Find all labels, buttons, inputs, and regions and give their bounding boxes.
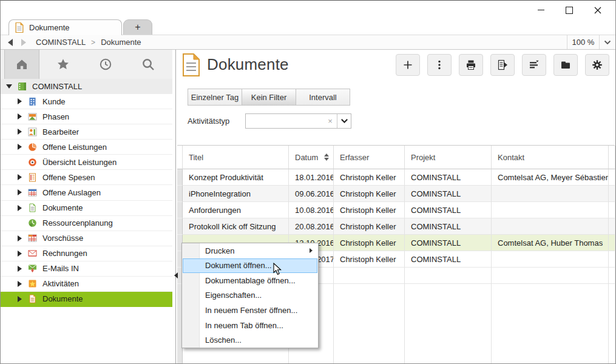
expander-icon[interactable] xyxy=(18,266,22,272)
invoices-icon xyxy=(28,249,37,258)
settings-button[interactable] xyxy=(585,54,609,76)
expander-icon[interactable] xyxy=(18,144,22,150)
tree-item-kunde[interactable]: Kunde xyxy=(1,94,172,109)
more-button[interactable] xyxy=(427,54,452,76)
date-filter-tabs: Einzelner TagKein FilterIntervall xyxy=(188,89,350,106)
tree-item-ressourcenplanung[interactable]: Ressourcenplanung xyxy=(1,216,172,231)
breadcrumb-separator: > xyxy=(91,38,95,47)
sidebar-nav-tab-home[interactable] xyxy=(4,49,39,79)
cell-kontakt xyxy=(492,268,609,284)
expander-icon[interactable] xyxy=(18,113,22,120)
back-button[interactable] xyxy=(8,39,13,46)
expander-icon[interactable] xyxy=(18,296,22,302)
forward-button[interactable] xyxy=(21,39,26,46)
column-header-kontakt[interactable]: Kontakt xyxy=(492,146,609,169)
tree-item-cominstall[interactable]: COMINSTALL xyxy=(1,79,172,94)
report-button[interactable] xyxy=(490,54,515,76)
cell-kontakt xyxy=(492,218,609,235)
zoom-level[interactable]: 100 % xyxy=(567,38,599,47)
customer-icon xyxy=(28,97,37,106)
add-button[interactable] xyxy=(396,54,420,76)
activity-type-combobox[interactable]: × xyxy=(245,113,351,129)
table-row[interactable]: Anforderungen10.08.2016Christoph KellerC… xyxy=(177,202,615,218)
sidebar-nav-tab-favorites[interactable] xyxy=(46,49,81,79)
cell-datum: 18.01.2016 xyxy=(289,169,334,186)
expander-icon[interactable] xyxy=(18,174,22,180)
cell-datum: 10.08.2016 xyxy=(289,202,334,218)
expander-icon[interactable] xyxy=(18,129,22,135)
tree-item-label: Offene Spesen xyxy=(42,173,95,182)
tab-dokumente[interactable]: Dokumente xyxy=(8,19,122,35)
expander-icon[interactable] xyxy=(18,189,22,195)
context-menu-item-eigenschaften[interactable]: Eigenschaften... xyxy=(182,288,318,303)
filter-tab-kein-filter[interactable]: Kein Filter xyxy=(242,89,296,106)
context-menu-item-l-schen[interactable]: Löschen... xyxy=(182,332,318,348)
table-row[interactable]: iPhoneIntegration09.06.2016Christoph Kel… xyxy=(177,186,615,202)
column-header-titel[interactable]: Titel xyxy=(183,146,289,169)
sidebar-nav-tab-search[interactable] xyxy=(130,49,166,79)
filter-tab-einzelner-tag[interactable]: Einzelner Tag xyxy=(188,89,242,106)
column-header-projekt[interactable]: Projekt xyxy=(405,146,492,169)
sort-icon[interactable] xyxy=(324,153,329,161)
cell-projekt: COMINSTALL xyxy=(405,169,492,186)
breadcrumb-item-dokumente[interactable]: Dokumente xyxy=(101,38,141,47)
zoom-dropdown-button[interactable] xyxy=(600,35,615,49)
project-book-icon xyxy=(18,82,27,91)
tree-item-label: E-Mails IN xyxy=(42,264,79,273)
table-row[interactable]: Protokoll Kick off Sitzung20.08.2016Chri… xyxy=(177,218,615,235)
tree-item-rechnungen[interactable]: Rechnungen xyxy=(1,246,172,261)
close-button[interactable] xyxy=(584,1,612,19)
tree-item--bersicht-leistungen[interactable]: Übersicht Leistungen xyxy=(1,155,172,170)
column-header-erfasser[interactable]: Erfasser xyxy=(334,146,405,169)
column-header-datum[interactable]: Datum xyxy=(289,146,334,169)
context-menu-item-label: In neuem Tab öffnen... xyxy=(205,321,283,330)
documents-green-icon xyxy=(28,203,37,212)
folder-icon xyxy=(560,59,572,71)
maximize-button[interactable] xyxy=(555,1,583,19)
cell-erfasser: Christoph Keller xyxy=(334,235,405,251)
minimize-button[interactable] xyxy=(527,1,555,19)
tree-item-e-mails-in[interactable]: E-Mails IN xyxy=(1,261,172,277)
splitter[interactable] xyxy=(175,49,176,363)
expander-icon[interactable] xyxy=(18,205,22,211)
expander-icon[interactable] xyxy=(18,251,22,257)
tree-item-dokumente[interactable]: Dokumente xyxy=(1,292,172,307)
page-title-icon xyxy=(182,53,200,76)
tree-item-offene-spesen[interactable]: Offene Spesen xyxy=(1,170,172,185)
row-gutter-cell xyxy=(177,186,183,202)
context-menu-item-dokument-ffnen[interactable]: Dokument öffnen... xyxy=(183,258,317,274)
filter-tab-label: Kein Filter xyxy=(251,93,287,102)
context-menu-item-drucken[interactable]: Drucken xyxy=(182,243,318,258)
expander-icon[interactable] xyxy=(6,84,12,89)
expander-icon[interactable] xyxy=(18,235,22,241)
expander-icon[interactable] xyxy=(18,281,22,287)
breadcrumb-item-cominstall[interactable]: COMINSTALL xyxy=(36,38,86,47)
tree-item-label: COMINSTALL xyxy=(32,82,82,91)
splitter-collapse-handle[interactable] xyxy=(172,271,179,280)
activity-type-label: Aktivitätstyp xyxy=(188,116,229,126)
clear-icon[interactable]: × xyxy=(323,116,337,126)
tree-item-offene-auslagen[interactable]: Offene Auslagen xyxy=(1,185,172,200)
tree-item-label: Offene Leistungen xyxy=(42,143,107,152)
plus-icon xyxy=(402,59,414,71)
sidebar-nav-tab-recent[interactable] xyxy=(88,49,123,79)
filter-tab-intervall[interactable]: Intervall xyxy=(296,89,350,106)
context-menu-item-in-neuem-fenster-ffnen[interactable]: In neuem Fenster öffnen... xyxy=(182,303,318,318)
context-menu-item-dokumentablage-ffnen[interactable]: Dokumentablage öffnen... xyxy=(182,273,318,288)
tree-item-bearbeiter[interactable]: Bearbeiter xyxy=(1,124,172,140)
tree-item-aktivit-ten[interactable]: Aktivitäten xyxy=(1,277,172,292)
context-menu-item-in-neuem-tab-ffnen[interactable]: In neuem Tab öffnen... xyxy=(182,318,318,333)
folder-button[interactable] xyxy=(553,54,578,76)
table-row[interactable]: Konzept Produktivität18.01.2016Christoph… xyxy=(177,169,615,186)
tree-item-vorsch-sse[interactable]: Vorschüsse xyxy=(1,231,172,246)
tree-item-offene-leistungen[interactable]: Offene Leistungen xyxy=(1,140,172,155)
combobox-dropdown-button[interactable] xyxy=(337,114,351,128)
new-tab-button[interactable]: + xyxy=(123,19,152,35)
expander-icon[interactable] xyxy=(18,98,22,104)
print-button[interactable] xyxy=(459,54,483,76)
mouse-cursor xyxy=(273,263,282,278)
tree-item-phasen[interactable]: Phasen xyxy=(1,109,172,124)
tree-item-dokumente[interactable]: Dokumente xyxy=(1,201,172,216)
breadcrumb-bar: COMINSTALL > Dokumente 100 % xyxy=(1,35,615,50)
sort-button[interactable] xyxy=(522,54,546,76)
